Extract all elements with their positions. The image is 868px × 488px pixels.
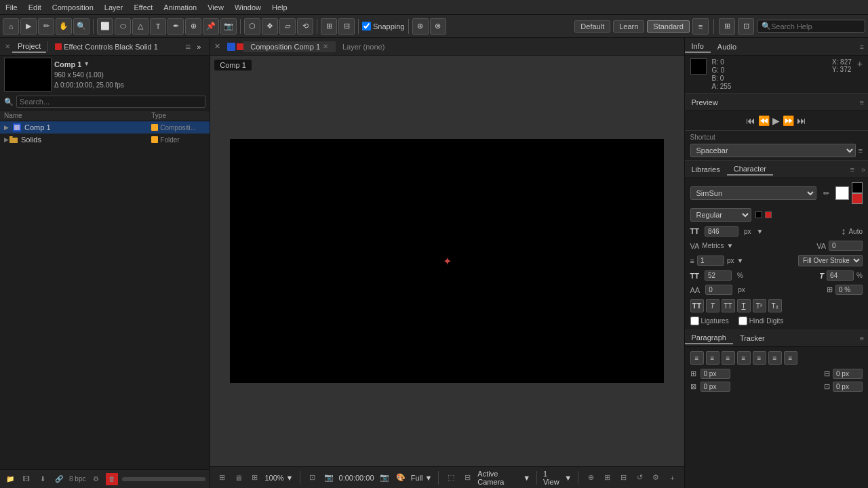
tab-paragraph[interactable]: Paragraph bbox=[685, 332, 733, 344]
snapping-checkbox[interactable] bbox=[362, 22, 371, 30]
tab-info[interactable]: Info bbox=[685, 41, 711, 53]
snap-btn2[interactable]: ⊗ bbox=[430, 18, 446, 35]
preview-menu[interactable]: ≡ bbox=[856, 98, 868, 106]
expand-arrow2[interactable]: ▶ bbox=[4, 136, 9, 143]
shortcut-menu[interactable]: ≡ bbox=[859, 146, 863, 155]
kerning-dropdown[interactable]: ▼ bbox=[727, 242, 734, 249]
para-menu[interactable]: ≡ bbox=[856, 334, 868, 342]
expand-btn[interactable]: ⊞ bbox=[719, 18, 735, 35]
fill-stroke-select[interactable]: Fill Over Stroke bbox=[798, 255, 863, 266]
canvas-btn4[interactable]: ↺ bbox=[633, 471, 646, 485]
canvas-btn1[interactable]: ⊕ bbox=[585, 471, 597, 485]
menu-window[interactable]: Window bbox=[229, 2, 267, 13]
info-menu[interactable]: ≡ bbox=[856, 43, 868, 51]
expand-arrow[interactable]: ▶ bbox=[4, 124, 12, 131]
char-expand[interactable]: » bbox=[859, 165, 868, 174]
zoom-dropdown[interactable]: ▼ bbox=[286, 474, 294, 482]
search-help-input[interactable] bbox=[771, 22, 861, 30]
canvas-monitor-btn[interactable]: 🖥 bbox=[232, 471, 244, 485]
char-menu[interactable]: ≡ bbox=[846, 165, 858, 174]
import-btn[interactable]: ⬇ bbox=[37, 473, 49, 485]
canvas-snapshot-btn[interactable]: 📷 bbox=[322, 471, 334, 485]
workspace-default[interactable]: Default bbox=[574, 20, 610, 33]
canvas-btn3[interactable]: ⊟ bbox=[617, 471, 629, 485]
canvas-color-btn[interactable]: 🎨 bbox=[395, 471, 407, 485]
font-select[interactable]: SimSun bbox=[690, 186, 817, 200]
info-add-btn[interactable]: + bbox=[857, 58, 863, 90]
style-btn-t-italic[interactable]: T bbox=[706, 299, 719, 312]
puppet-pin-tool[interactable]: 📌 bbox=[203, 18, 219, 35]
zoom-control[interactable]: 100% ▼ bbox=[264, 474, 293, 482]
tab-libraries[interactable]: Libraries bbox=[685, 164, 727, 175]
active-camera-dropdown[interactable]: ▼ bbox=[523, 474, 530, 482]
baseline-input[interactable] bbox=[705, 285, 732, 295]
indent-before-input[interactable] bbox=[701, 369, 730, 379]
time-control[interactable]: 0:00:00:00 bbox=[339, 474, 374, 482]
style-btn-tt2[interactable]: TT bbox=[722, 299, 735, 312]
shortcut-select[interactable]: Spacebar bbox=[690, 144, 856, 157]
canvas-cam-btn[interactable]: 📷 bbox=[378, 471, 391, 485]
quality-dropdown[interactable]: ▼ bbox=[425, 474, 432, 482]
canvas[interactable]: ✦ bbox=[230, 139, 664, 383]
justify-all-btn[interactable]: ≡ bbox=[784, 351, 797, 365]
justify-left-btn[interactable]: ≡ bbox=[737, 351, 751, 365]
canvas-alpha-btn[interactable]: ⬚ bbox=[445, 471, 457, 485]
canvas-fit-btn[interactable]: ⊡ bbox=[306, 471, 318, 485]
dependencies-btn[interactable]: 🔗 bbox=[53, 473, 65, 485]
menu-file[interactable]: File bbox=[0, 2, 23, 13]
comp-dropdown-arrow[interactable]: ▼ bbox=[83, 60, 90, 69]
clone-tool[interactable]: ⊕ bbox=[185, 18, 201, 35]
list-item[interactable]: ▶ Comp 1 Compositi... bbox=[0, 121, 210, 134]
indent-after-input[interactable] bbox=[833, 369, 863, 379]
tab-tracker[interactable]: Tracker bbox=[733, 333, 772, 344]
comp-tab-close[interactable]: ✕ bbox=[323, 43, 328, 50]
canvas-grid-btn[interactable]: ⊞ bbox=[248, 471, 260, 485]
canvas-area[interactable]: Comp 1 ✦ bbox=[210, 56, 684, 466]
roto-tool[interactable]: ⟲ bbox=[297, 18, 313, 35]
style-btn-t-sup[interactable]: T² bbox=[753, 299, 766, 312]
list-item[interactable]: ▶ Solids Folder bbox=[0, 134, 210, 146]
leading-input[interactable] bbox=[697, 256, 724, 266]
view-control[interactable]: 1 View ▼ bbox=[543, 470, 572, 486]
preview-start-btn[interactable]: ⏮ bbox=[746, 115, 755, 126]
canvas-prev-btn[interactable]: ⊞ bbox=[216, 471, 228, 485]
rect-select-tool[interactable]: ⬜ bbox=[97, 18, 113, 35]
align-left-btn[interactable]: ≡ bbox=[690, 351, 704, 365]
canvas-btn5[interactable]: ⚙ bbox=[650, 471, 662, 485]
view-dropdown[interactable]: ▼ bbox=[564, 474, 572, 482]
preview-prev-btn[interactable]: ⏪ bbox=[758, 115, 770, 126]
project-settings-btn[interactable]: ⚙ bbox=[90, 473, 102, 485]
tracking-input[interactable] bbox=[829, 241, 863, 251]
tab-composition-comp1[interactable]: Composition Comp 1 ✕ bbox=[243, 41, 336, 52]
style-select[interactable]: Regular bbox=[690, 208, 751, 222]
canvas-btn2[interactable]: ⊞ bbox=[601, 471, 613, 485]
menu-help[interactable]: Help bbox=[267, 2, 293, 13]
justify-right-btn[interactable]: ≡ bbox=[768, 351, 782, 365]
tab-character[interactable]: Character bbox=[727, 163, 773, 176]
project-search-input[interactable] bbox=[16, 96, 205, 108]
tab-project[interactable]: Project bbox=[12, 41, 46, 53]
hindi-digits-checkbox[interactable] bbox=[738, 317, 747, 325]
scale-h-input[interactable] bbox=[705, 270, 732, 281]
tab-audio[interactable]: Audio bbox=[711, 41, 743, 52]
home-button[interactable]: ⌂ bbox=[3, 18, 19, 35]
left-panel-expand[interactable]: » bbox=[191, 39, 207, 55]
preview-next-btn[interactable]: ⏩ bbox=[783, 115, 794, 126]
stroke-color-swatch[interactable] bbox=[852, 182, 863, 193]
style-btn-t-under[interactable]: T bbox=[737, 299, 751, 312]
shape-tool[interactable]: ▱ bbox=[279, 18, 296, 35]
tab-layer[interactable]: Layer (none) bbox=[336, 41, 391, 52]
menu-composition[interactable]: Composition bbox=[47, 2, 99, 13]
menu-layer[interactable]: Layer bbox=[99, 2, 129, 13]
leading-dropdown[interactable]: ▼ bbox=[736, 257, 743, 264]
light-tool[interactable]: ⬡ bbox=[244, 18, 260, 35]
hand-tool[interactable]: ✋ bbox=[56, 18, 72, 35]
canvas-pixel-btn[interactable]: ⊟ bbox=[461, 471, 473, 485]
preview-end-btn[interactable]: ⏭ bbox=[797, 115, 806, 126]
fill-color-swatch[interactable] bbox=[835, 186, 849, 200]
null-tool[interactable]: ❖ bbox=[262, 18, 278, 35]
workspace-menu[interactable]: ≡ bbox=[692, 18, 709, 35]
comp-close-btn[interactable]: ✕ bbox=[210, 41, 224, 52]
pen2-tool[interactable]: ✒ bbox=[167, 18, 184, 35]
menu-animation[interactable]: Animation bbox=[158, 2, 202, 13]
